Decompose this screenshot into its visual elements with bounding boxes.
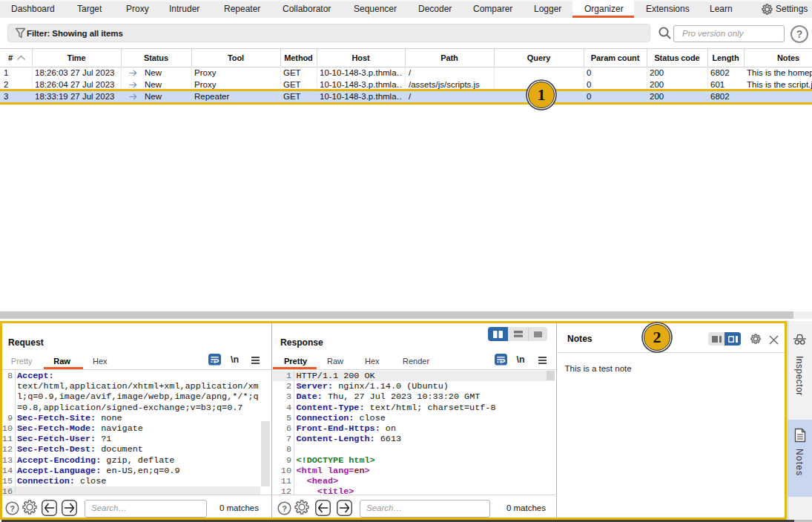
svg-text:?: ? [10, 504, 15, 513]
svg-text:?: ? [282, 504, 287, 513]
